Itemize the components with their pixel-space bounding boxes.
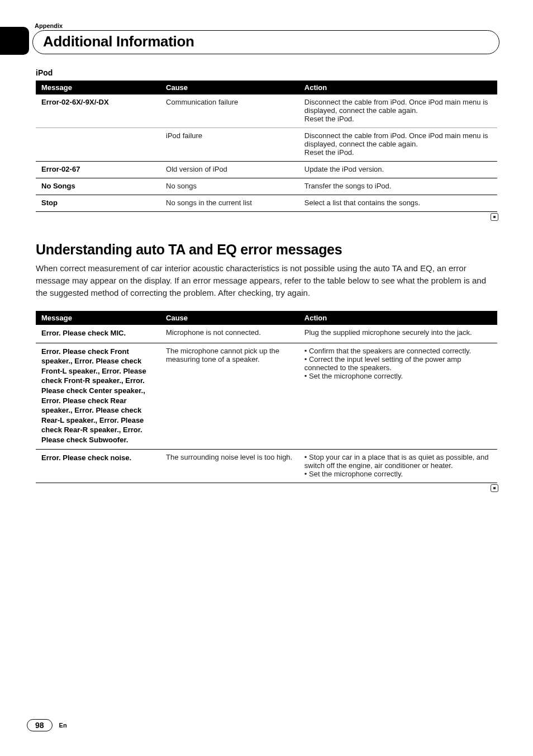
table-row: Error-02-67Old version of iPodUpdate the…	[36, 162, 497, 178]
cell-cause: Communication failure	[160, 94, 299, 128]
col-message: Message	[36, 81, 160, 94]
taeq-table: Message Cause Action Error. Please check…	[36, 311, 497, 483]
cell-cause: The microphone cannot pick up the measur…	[160, 343, 299, 449]
cell-message: Stop	[36, 195, 160, 212]
cell-action: Select a list that contains the songs.	[299, 195, 497, 212]
taeq-heading: Understanding auto TA and EQ error messa…	[36, 242, 497, 258]
col-action: Action	[299, 311, 497, 325]
cell-cause: No songs in the current list	[160, 195, 299, 212]
cell-message: Error. Please check noise.	[36, 450, 160, 483]
black-side-tab	[0, 27, 29, 55]
cell-action: Disconnect the cable from iPod. Once iPo…	[299, 94, 497, 128]
cell-action: Update the iPod version.	[299, 162, 497, 178]
taeq-lead: When correct measurement of car interior…	[36, 262, 497, 299]
cell-cause: No songs	[160, 178, 299, 195]
page-title: Additional Information	[43, 33, 489, 50]
cell-action: Plug the supplied microphone securely in…	[299, 325, 497, 343]
col-cause: Cause	[160, 311, 299, 325]
table-row: Error. Please check MIC.Microphone is no…	[36, 325, 497, 343]
ipod-heading: iPod	[36, 68, 497, 77]
table-row: Error. Please check Front speaker., Erro…	[36, 343, 497, 449]
table-row: iPod failureDisconnect the cable from iP…	[36, 128, 497, 162]
section-end-icon	[36, 213, 498, 223]
lang-label: En	[59, 722, 67, 729]
cell-action: Confirm that the speakers are connected …	[299, 343, 497, 449]
appendix-label: Appendix	[35, 22, 497, 29]
cell-cause: The surrounding noise level is too high.	[160, 450, 299, 483]
cell-message: Error. Please check Front speaker., Erro…	[36, 343, 160, 449]
title-row: Additional Information	[36, 30, 497, 53]
cell-cause: iPod failure	[160, 128, 299, 162]
cell-message: Error. Please check MIC.	[36, 325, 160, 343]
ipod-table: Message Cause Action Error-02-6X/-9X/-DX…	[36, 81, 497, 212]
page-number: 98	[27, 719, 53, 731]
bullet-item: Set the microphone correctly.	[304, 470, 492, 478]
cell-cause: Microphone is not connected.	[160, 325, 299, 343]
table-row: Error. Please check noise.The surroundin…	[36, 450, 497, 483]
col-action: Action	[299, 81, 497, 94]
cell-action: Transfer the songs to iPod.	[299, 178, 497, 195]
cell-message: Error-02-6X/-9X/-DX	[36, 94, 160, 128]
cell-message: No Songs	[36, 178, 160, 195]
bullet-item: Stop your car in a place that is as quie…	[304, 453, 492, 470]
cell-message: Error-02-67	[36, 162, 160, 178]
cell-action: Stop your car in a place that is as quie…	[299, 450, 497, 483]
bullet-item: Confirm that the speakers are connected …	[304, 347, 492, 355]
cell-action: Disconnect the cable from iPod. Once iPo…	[299, 128, 497, 162]
col-message: Message	[36, 311, 160, 325]
title-pill: Additional Information	[32, 30, 499, 54]
cell-message	[36, 128, 160, 162]
table-row: No SongsNo songsTransfer the songs to iP…	[36, 178, 497, 195]
bullet-item: Set the microphone correctly.	[304, 372, 492, 380]
table-row: Error-02-6X/-9X/-DXCommunication failure…	[36, 94, 497, 128]
page-footer: 98 En	[27, 719, 67, 731]
cell-cause: Old version of iPod	[160, 162, 299, 178]
col-cause: Cause	[160, 81, 299, 94]
bullet-item: Correct the input level setting of the p…	[304, 355, 492, 372]
table-row: StopNo songs in the current listSelect a…	[36, 195, 497, 212]
section-end-icon	[36, 484, 498, 494]
